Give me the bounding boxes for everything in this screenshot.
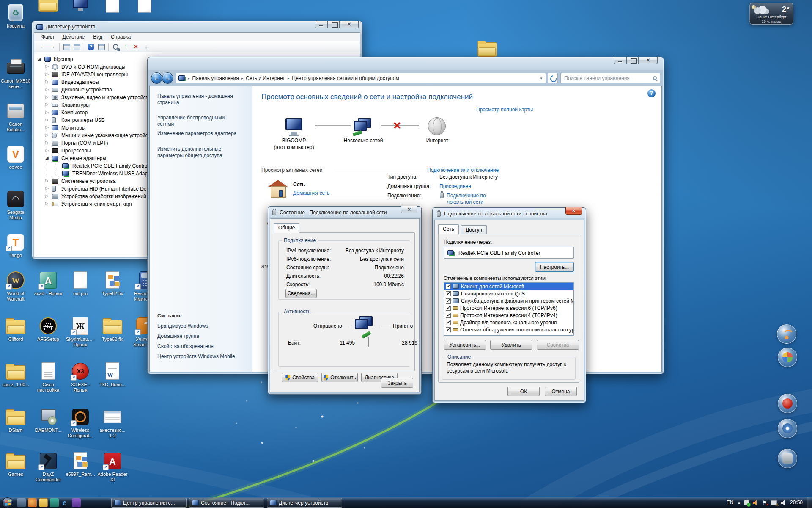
desktop-icon-dayz[interactable]: DayZ Commander <box>33 452 63 483</box>
sidebar-item-wmdc[interactable]: Центр устройств Windows Mobile <box>157 353 238 360</box>
console-window-icon[interactable] <box>62 42 71 51</box>
desktop-icon-games[interactable]: Games <box>0 452 31 477</box>
pinned-app-4[interactable] <box>50 498 59 507</box>
desktop-icon-x3[interactable]: X3.EXE - Ярлык <box>65 362 96 393</box>
dock-media-button[interactable] <box>778 348 797 367</box>
tree-item[interactable]: Дисковые устройства <box>61 87 112 93</box>
ok-button[interactable]: ОК <box>508 387 540 396</box>
maximize-button[interactable] <box>327 21 340 28</box>
desktop-icon-canon-solution[interactable]: Canon Solutio... <box>0 102 31 133</box>
tree-item[interactable]: TRENDnet Wireless N USB Adapter <box>72 171 154 177</box>
close-dialog-button[interactable]: Закрыть <box>381 378 413 388</box>
desktop-icon-oovoo[interactable]: ooVoo <box>0 145 31 170</box>
maximize-button[interactable] <box>626 57 639 64</box>
back-icon[interactable] <box>38 42 47 51</box>
desktop-icon-type62-file[interactable]: Type62 fix <box>97 271 128 296</box>
desktop-icon-skyrim[interactable]: SkyrimLau... - Ярлык <box>65 317 96 348</box>
task-button-lan-status[interactable]: Состояние - Подкл... <box>189 498 264 508</box>
tree-item[interactable]: Устройства обработки изображений <box>61 193 146 199</box>
multiple-networks-icon[interactable] <box>353 118 374 136</box>
full-map-link[interactable]: Просмотр полной карты <box>476 107 533 113</box>
desktop-icon-canon-printer[interactable]: Canon MX510 serie... <box>0 58 31 89</box>
desktop-icon-top-file1[interactable] <box>97 0 128 15</box>
component-row[interactable]: Протокол Интернета версии 4 (TCP/IPv4) <box>444 312 573 319</box>
tab-sharing[interactable]: Доступ <box>461 225 487 234</box>
desktop-icon-wow[interactable]: World of Warcraft <box>0 271 31 302</box>
search-icon[interactable] <box>653 76 657 80</box>
tree-item[interactable]: bigcomp <box>54 56 73 62</box>
pinned-app-explorer[interactable] <box>39 498 48 507</box>
chevron-down-icon[interactable] <box>540 76 546 80</box>
expander-icon[interactable] <box>45 64 49 69</box>
expander-icon[interactable] <box>45 94 49 99</box>
checkbox-checked-icon[interactable] <box>446 327 451 332</box>
sidebar-item-inet-options[interactable]: Свойства обозревателя <box>157 343 238 350</box>
components-list[interactable]: Клиент для сетей Microsoft Планировщик п… <box>444 282 574 336</box>
minimize-button[interactable] <box>315 21 327 28</box>
menu-help[interactable]: Справка <box>107 33 134 41</box>
pinned-app-1[interactable] <box>17 498 26 507</box>
breadcrumb-item[interactable]: Сеть и Интернет <box>246 75 285 81</box>
action-pane-icon[interactable] <box>97 42 106 51</box>
expander-icon[interactable] <box>45 79 49 84</box>
tree-item[interactable]: Процессоры <box>61 148 91 154</box>
tab-general[interactable]: Общие <box>274 223 299 233</box>
checkbox-checked-icon[interactable] <box>446 306 451 311</box>
desktop-icon-top-app[interactable] <box>65 0 96 15</box>
checkbox-checked-icon[interactable] <box>446 291 451 296</box>
clock[interactable]: 20:50 <box>790 500 803 505</box>
component-row[interactable]: Драйвер в/в тополога канального уровня <box>444 319 573 326</box>
tree-item[interactable]: Системные устройства <box>61 178 116 184</box>
desktop-icon-e5997[interactable]: e5997_Ram... <box>65 452 96 477</box>
details-button[interactable]: Сведения... <box>285 289 317 298</box>
dock-drive-button[interactable] <box>778 449 797 468</box>
uninstall-icon[interactable] <box>132 42 140 51</box>
expander-icon[interactable] <box>45 72 49 76</box>
connect-disconnect-link[interactable]: Подключение или отключение <box>427 167 499 173</box>
sidebar-item-adapter[interactable]: Изменение параметров адаптера <box>157 130 238 137</box>
scan-hw-changes-icon[interactable] <box>121 42 130 51</box>
desktop-icon-daemon-tools[interactable]: DAEMONT... <box>33 408 63 433</box>
tab-network[interactable]: Сеть <box>438 224 459 234</box>
dock-disc-button[interactable] <box>778 419 797 438</box>
pinned-app-ie[interactable] <box>61 498 70 507</box>
tree-item[interactable]: Звуковые, видео и игровые устройства <box>61 94 154 100</box>
desktop-icon-outprn[interactable]: out.prn <box>65 271 96 296</box>
minimize-button[interactable] <box>614 57 626 64</box>
configure-button[interactable]: Настроить... <box>535 262 574 272</box>
desktop-icon-clifford[interactable]: Clifford <box>0 317 31 342</box>
tree-item[interactable]: Клавиатуры <box>61 102 90 108</box>
desktop-icon-seagate[interactable]: Seagate Media <box>0 190 31 221</box>
desktop-icon-acad[interactable]: acad - Ярлык <box>33 271 63 296</box>
sidebar-item-firewall[interactable]: Брандмауэр Windows <box>157 323 238 329</box>
component-row[interactable]: Клиент для сетей Microsoft <box>444 283 573 290</box>
expander-icon[interactable] <box>45 117 49 122</box>
tree-item[interactable]: Устройства HID (Human Interface Devices) <box>61 186 160 192</box>
desktop-icon-recycle-bin[interactable]: Корзина <box>0 3 31 29</box>
menu-action[interactable]: Действие <box>59 33 89 41</box>
disable-button[interactable]: Отключить <box>321 373 358 382</box>
properties-button[interactable]: Свойства <box>282 373 318 382</box>
action-center-flag-icon[interactable] <box>762 500 767 506</box>
forward-icon[interactable] <box>48 42 57 51</box>
volume-icon[interactable] <box>781 500 786 505</box>
tree-item[interactable]: Realtek PCIe GBE Family Controller <box>72 163 154 169</box>
sidebar-item-sharing[interactable]: Изменить дополнительные параметры общего… <box>157 146 238 159</box>
expander-icon[interactable] <box>45 125 49 130</box>
checkbox-checked-icon[interactable] <box>446 313 451 318</box>
sidebar-item-homegroup[interactable]: Домашняя группа <box>157 333 238 340</box>
help-icon[interactable] <box>87 42 96 51</box>
desktop-icon-anesthesio[interactable]: анестезио... 1-2 <box>97 408 128 439</box>
desktop-icon-wireless-config[interactable]: Wireless Configurat... <box>65 408 96 439</box>
task-button-device-manager[interactable]: Диспетчер устройств <box>267 498 342 508</box>
checkbox-checked-icon[interactable] <box>446 298 451 304</box>
task-button-network-center[interactable]: Центр управления с... <box>111 498 187 508</box>
desktop-icon-afgsetup[interactable]: AFGSetup <box>33 317 63 342</box>
tree-item[interactable]: Порты (COM и LPT) <box>61 140 108 146</box>
component-properties-button[interactable]: Свойства <box>537 340 579 350</box>
uninstall-button[interactable]: Удалить <box>490 340 532 350</box>
computer-icon[interactable] <box>284 118 304 136</box>
help-icon[interactable] <box>647 89 656 97</box>
expander-icon[interactable] <box>45 193 49 198</box>
tree-item[interactable]: Видеоадаптеры <box>61 79 99 85</box>
